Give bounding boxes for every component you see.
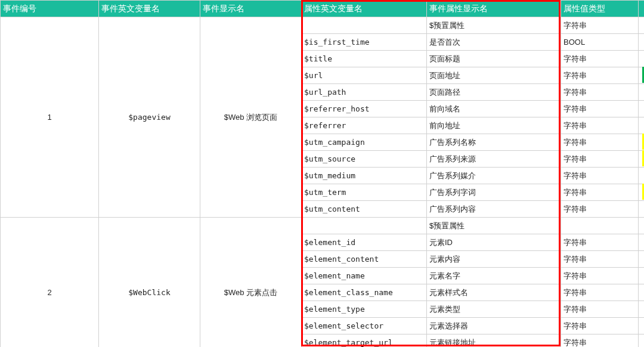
cell-prop-type[interactable]: 字符串 (561, 51, 639, 67)
cell-prop-type[interactable]: 字符串 (561, 234, 639, 251)
cell-event-name[interactable]: $Web 浏览页面 (200, 17, 302, 218)
cell-extra[interactable] (639, 301, 645, 318)
col-header-extra[interactable] (639, 1, 645, 17)
cell-prop-var[interactable]: $element_content (302, 251, 427, 268)
cell-prop-type[interactable]: 字符串 (561, 117, 639, 134)
cell-extra[interactable] (639, 117, 645, 134)
cell-prop-var[interactable]: $element_name (302, 268, 427, 284)
cell-extra[interactable] (639, 101, 645, 117)
cell-prop-name[interactable]: 广告系列字词 (427, 184, 561, 201)
col-header-evar[interactable]: 事件英文变量名 (99, 1, 200, 17)
event-property-table: 事件编号 事件英文变量名 事件显示名 属性英文变量名 事件属性显示名 属性值类型… (0, 0, 644, 347)
cell-extra[interactable] (639, 334, 645, 348)
cell-prop-var[interactable]: $url_path (302, 84, 427, 101)
cell-prop-type[interactable]: 字符串 (561, 284, 639, 301)
cell-prop-name[interactable]: 元素名字 (427, 268, 561, 284)
cell-prop-name[interactable]: 前向域名 (427, 101, 561, 117)
cell-extra[interactable] (639, 284, 645, 301)
cell-prop-var[interactable]: $element_target_url (302, 334, 427, 348)
cell-prop-name[interactable]: 广告系列名称 (427, 134, 561, 151)
cell-prop-name[interactable]: $预置属性 (427, 17, 561, 34)
cell-extra[interactable] (639, 17, 645, 34)
cell-prop-name[interactable]: 广告系列内容 (427, 201, 561, 218)
cell-prop-name[interactable]: 元素样式名 (427, 284, 561, 301)
cell-extra[interactable] (639, 168, 645, 184)
cell-prop-type[interactable]: 字符串 (561, 251, 639, 268)
cell-extra[interactable] (639, 201, 645, 218)
cell-prop-var[interactable]: $referrer_host (302, 101, 427, 117)
cell-prop-var[interactable]: $utm_medium (302, 168, 427, 184)
cell-prop-var[interactable]: $url (302, 67, 427, 84)
cell-prop-name[interactable]: 元素类型 (427, 301, 561, 318)
cell-prop-type[interactable]: 字符串 (561, 101, 639, 117)
col-header-pname[interactable]: 事件属性显示名 (427, 1, 561, 17)
table-row[interactable]: 1$pageview$Web 浏览页面$预置属性字符串 (1, 17, 645, 34)
col-header-pvar[interactable]: 属性英文变量名 (302, 1, 427, 17)
cell-event-id[interactable]: 1 (1, 17, 99, 218)
cell-prop-name[interactable]: 页面地址 (427, 67, 561, 84)
cell-event-name[interactable]: $Web 元素点击 (200, 218, 302, 348)
cell-prop-type[interactable]: 字符串 (561, 84, 639, 101)
cell-event-var[interactable]: $WebClick (99, 218, 200, 348)
cell-extra[interactable] (639, 318, 645, 334)
cell-prop-type[interactable]: 字符串 (561, 168, 639, 184)
cell-prop-var[interactable]: $utm_term (302, 184, 427, 201)
cell-prop-type[interactable]: 字符串 (561, 301, 639, 318)
cell-prop-var[interactable] (302, 17, 427, 34)
cell-prop-var[interactable]: $title (302, 51, 427, 67)
cell-extra[interactable] (639, 34, 645, 51)
cell-extra[interactable] (639, 51, 645, 67)
cell-prop-type[interactable]: 字符串 (561, 134, 639, 151)
cell-prop-name[interactable]: $预置属性 (427, 218, 561, 234)
cell-prop-type[interactable]: 字符串 (561, 184, 639, 201)
cell-prop-var[interactable]: $utm_source (302, 151, 427, 168)
cell-extra[interactable] (639, 84, 645, 101)
col-header-ptype[interactable]: 属性值类型 (561, 1, 639, 17)
cell-prop-var[interactable]: $element_class_name (302, 284, 427, 301)
col-header-id[interactable]: 事件编号 (1, 1, 99, 17)
cell-event-var[interactable]: $pageview (99, 17, 200, 218)
cell-prop-var[interactable]: $utm_content (302, 201, 427, 218)
cell-prop-name[interactable]: 页面标题 (427, 51, 561, 67)
cell-prop-name[interactable]: 广告系列媒介 (427, 168, 561, 184)
cell-prop-type[interactable]: BOOL (561, 34, 639, 51)
cell-prop-name[interactable]: 前向地址 (427, 117, 561, 134)
cell-prop-var[interactable]: $element_selector (302, 318, 427, 334)
cell-prop-type[interactable]: 字符串 (561, 17, 639, 34)
cell-prop-var[interactable]: $is_first_time (302, 34, 427, 51)
cell-prop-type[interactable]: 字符串 (561, 334, 639, 348)
cell-extra[interactable] (639, 251, 645, 268)
cell-prop-name[interactable]: 元素内容 (427, 251, 561, 268)
cell-prop-var[interactable]: $element_id (302, 234, 427, 251)
table-header-row: 事件编号 事件英文变量名 事件显示名 属性英文变量名 事件属性显示名 属性值类型 (1, 1, 645, 17)
cell-prop-type[interactable]: 字符串 (561, 151, 639, 168)
cell-prop-type[interactable] (561, 218, 639, 234)
cell-prop-name[interactable]: 元素ID (427, 234, 561, 251)
cell-extra[interactable] (639, 268, 645, 284)
cell-prop-name[interactable]: 元素选择器 (427, 318, 561, 334)
cell-prop-name[interactable]: 元素链接地址 (427, 334, 561, 348)
col-header-ename[interactable]: 事件显示名 (200, 1, 302, 17)
cell-extra[interactable] (639, 218, 645, 234)
cell-prop-var[interactable] (302, 218, 427, 234)
cell-prop-name[interactable]: 是否首次 (427, 34, 561, 51)
cell-prop-var[interactable]: $utm_campaign (302, 134, 427, 151)
cell-prop-var[interactable]: $element_type (302, 301, 427, 318)
cell-extra[interactable] (639, 234, 645, 251)
cell-prop-name[interactable]: 页面路径 (427, 84, 561, 101)
cell-event-id[interactable]: 2 (1, 218, 99, 348)
cell-prop-type[interactable]: 字符串 (561, 67, 639, 84)
cell-prop-type[interactable]: 字符串 (561, 201, 639, 218)
cell-prop-type[interactable]: 字符串 (561, 318, 639, 334)
table-row[interactable]: 2$WebClick$Web 元素点击$预置属性 (1, 218, 645, 234)
spreadsheet-sheet: 事件编号 事件英文变量名 事件显示名 属性英文变量名 事件属性显示名 属性值类型… (0, 0, 644, 347)
cell-prop-type[interactable]: 字符串 (561, 268, 639, 284)
cell-prop-name[interactable]: 广告系列来源 (427, 151, 561, 168)
cell-prop-var[interactable]: $referrer (302, 117, 427, 134)
